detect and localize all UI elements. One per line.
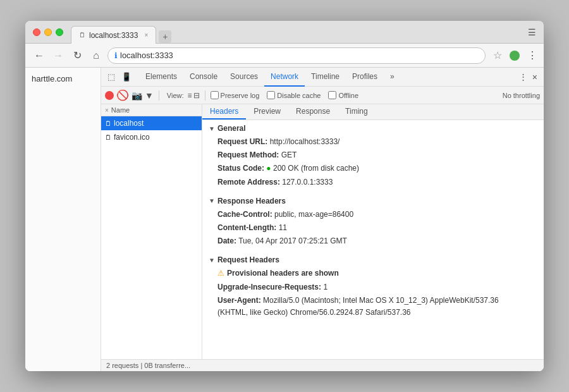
- back-button[interactable]: ←: [32, 48, 47, 63]
- subtab-headers[interactable]: Headers: [202, 104, 246, 119]
- tab-close-icon[interactable]: ×: [144, 32, 148, 39]
- stop-button[interactable]: 🚫: [116, 89, 129, 101]
- network-footer: 2 requests | 0B transferre...: [101, 359, 544, 371]
- close-button[interactable]: [33, 28, 40, 36]
- headers-panel: Headers Preview Response Timing: [202, 104, 544, 359]
- home-button[interactable]: ⌂: [89, 48, 104, 63]
- provisional-warning-row: ⚠ Provisional headers are shown: [209, 267, 537, 280]
- status-code-row: Status Code: ● 200 OK (from disk cache): [209, 162, 537, 175]
- devtools-header: ⬚ 📱 Elements Console Sources Network: [101, 68, 544, 87]
- camera-button[interactable]: 📷: [132, 90, 142, 101]
- tab-sources[interactable]: Sources: [224, 68, 264, 87]
- user-agent-row: User-Agent: Mozilla/5.0 (Macintosh; Inte…: [209, 294, 537, 319]
- separator-1: [159, 90, 159, 101]
- tab-title: localhost:3333: [89, 31, 138, 40]
- offline-checkbox[interactable]: [328, 91, 336, 99]
- record-button[interactable]: [105, 91, 114, 100]
- network-item-favicon[interactable]: 🗒 favicon.ico: [101, 130, 202, 144]
- tab-favicon-icon: 🗒: [79, 32, 85, 39]
- remote-address-key: Remote Address:: [217, 178, 280, 187]
- request-url-value: http://localhost:3333/: [270, 137, 340, 146]
- devtools-more-icon[interactable]: ⋮: [517, 71, 530, 83]
- preserve-log-group: Preserve log: [211, 91, 260, 99]
- tab-console[interactable]: Console: [183, 68, 224, 87]
- footer-text: 2 requests | 0B transferre...: [106, 362, 190, 369]
- subtab-response[interactable]: Response: [288, 104, 338, 119]
- address-text: localhost:3333: [120, 51, 173, 60]
- nav-bar: ← → ↻ ⌂ ℹ localhost:3333 ☆ ⋮: [25, 44, 544, 68]
- response-headers-title: ▼ Response Headers: [209, 197, 537, 205]
- request-triangle-icon: ▼: [209, 257, 215, 264]
- browser-more-icon[interactable]: ⋮: [527, 49, 537, 61]
- subtab-preview[interactable]: Preview: [246, 104, 288, 119]
- browser-tab[interactable]: 🗒 localhost:3333 ×: [71, 26, 156, 44]
- browser-window: 🗒 localhost:3333 × + ☰ ← → ↻ ⌂ ℹ localho…: [25, 21, 544, 371]
- tab-profiles[interactable]: Profiles: [346, 68, 384, 87]
- status-dot-icon: ●: [266, 164, 271, 173]
- preserve-log-label: Preserve log: [221, 92, 260, 99]
- content-length-key: Content-Length:: [217, 223, 276, 232]
- cast-icon[interactable]: [510, 51, 520, 61]
- new-tab-button[interactable]: +: [159, 30, 171, 43]
- grid-view-icon[interactable]: ⊟: [193, 91, 200, 100]
- network-item-name: localhost: [114, 119, 144, 128]
- request-method-row: Request Method: GET: [209, 149, 537, 162]
- secure-icon: ℹ: [114, 51, 118, 60]
- network-body: × Name 🗒 localhost 🗒 favicon.ico: [101, 104, 544, 359]
- disable-cache-label: Disable cache: [277, 92, 321, 99]
- network-item-localhost[interactable]: 🗒 localhost: [101, 116, 202, 130]
- general-triangle-icon: ▼: [209, 125, 215, 132]
- browser-menu-icon[interactable]: ☰: [528, 27, 536, 37]
- address-bar[interactable]: ℹ localhost:3333: [107, 47, 486, 64]
- date-row: Date: Tue, 04 Apr 2017 07:25:21 GMT: [209, 235, 537, 248]
- minimize-button[interactable]: [44, 28, 52, 36]
- view-icons: ≡ ⊟: [188, 91, 200, 100]
- cache-control-value: public, max-age=86400: [274, 210, 353, 219]
- response-triangle-icon: ▼: [209, 197, 215, 204]
- network-item-favicon-name: favicon.ico: [114, 133, 150, 142]
- file-icon-localhost: 🗒: [105, 120, 111, 127]
- tab-elements[interactable]: Elements: [139, 68, 183, 87]
- request-method-value: GET: [281, 150, 297, 159]
- general-section: ▼ General Request URL: http://localhost:…: [202, 120, 544, 193]
- request-method-key: Request Method:: [217, 150, 279, 159]
- list-view-icon[interactable]: ≡: [188, 91, 192, 100]
- tab-network[interactable]: Network: [264, 68, 305, 87]
- remote-address-value: 127.0.0.1:3333: [282, 178, 333, 187]
- disable-cache-checkbox[interactable]: [267, 91, 275, 99]
- bookmark-icon[interactable]: ☆: [493, 49, 502, 61]
- cache-control-row: Cache-Control: public, max-age=86400: [209, 208, 537, 221]
- tab-more[interactable]: »: [384, 68, 401, 87]
- request-url-row: Request URL: http://localhost:3333/: [209, 135, 537, 149]
- provisional-warning-text: Provisional headers are shown: [227, 267, 339, 279]
- preserve-log-checkbox[interactable]: [211, 91, 219, 99]
- inspect-icon[interactable]: ⬚: [105, 71, 118, 83]
- refresh-button[interactable]: ↻: [70, 48, 85, 63]
- separator-2: [205, 90, 205, 101]
- request-url-key: Request URL:: [217, 137, 267, 146]
- upgrade-insecure-row: Upgrade-Insecure-Requests: 1: [209, 281, 537, 294]
- devtools-close-icon[interactable]: ×: [530, 71, 540, 83]
- disable-cache-group: Disable cache: [267, 91, 321, 99]
- maximize-button[interactable]: [56, 28, 63, 36]
- title-bar: 🗒 localhost:3333 × + ☰: [25, 21, 544, 44]
- subtab-timing[interactable]: Timing: [338, 104, 376, 119]
- device-icon[interactable]: 📱: [119, 71, 134, 83]
- general-section-title: ▼ General: [209, 124, 537, 133]
- name-column-header: Name: [111, 106, 130, 114]
- cache-control-key: Cache-Control:: [217, 210, 272, 219]
- offline-group: Offline: [328, 91, 358, 99]
- status-code-value: 200 OK (from disk cache): [273, 164, 359, 173]
- offline-label: Offline: [338, 92, 358, 99]
- network-list: × Name 🗒 localhost 🗒 favicon.ico: [101, 104, 202, 359]
- date-value: Tue, 04 Apr 2017 07:25:21 GMT: [238, 236, 347, 245]
- request-headers-section: ▼ Request Headers ⚠ Provisional headers …: [202, 252, 544, 323]
- user-agent-key: User-Agent:: [217, 296, 261, 305]
- devtools-left-icons: ⬚ 📱: [105, 71, 134, 83]
- network-toolbar: 🚫 📷 ▼ View: ≡ ⊟ Preserve log Disable cac…: [101, 87, 544, 104]
- forward-button[interactable]: →: [51, 48, 66, 63]
- filter-button[interactable]: ▼: [145, 90, 154, 101]
- tab-timeline[interactable]: Timeline: [305, 68, 346, 87]
- devtools-panel: ⬚ 📱 Elements Console Sources Network: [101, 68, 544, 371]
- close-list-icon[interactable]: ×: [105, 107, 109, 114]
